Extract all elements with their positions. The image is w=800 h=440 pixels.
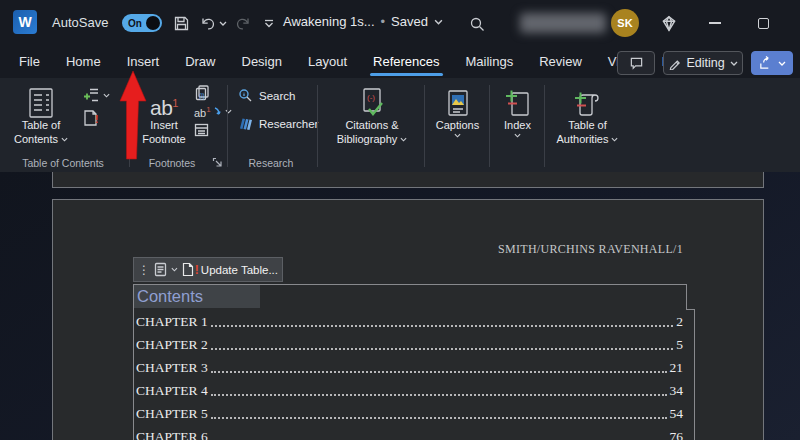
search-lookup-icon	[238, 88, 253, 103]
drag-handle-icon[interactable]: ⋮	[138, 265, 150, 275]
toc-entry-label: CHAPTER 2	[136, 333, 208, 356]
save-button[interactable]	[170, 13, 192, 33]
toc-entry[interactable]: CHAPTER 4 34	[136, 379, 683, 402]
authorities-label-1: Table of	[568, 119, 607, 133]
toc-entry[interactable]: CHAPTER 1 2	[136, 310, 683, 333]
toc-button-label-1: Table of	[22, 119, 61, 133]
show-notes-button[interactable]	[194, 123, 232, 137]
toc-entry-label: CHAPTER 6	[136, 425, 208, 440]
tab-design[interactable]: Design	[229, 46, 295, 78]
authorities-icon	[573, 83, 603, 119]
customize-qat-button[interactable]	[258, 13, 280, 33]
tab-draw[interactable]: Draw	[172, 46, 228, 78]
dot-leader	[211, 394, 667, 396]
avatar-initials: SK	[617, 17, 632, 29]
toc-document-icon[interactable]	[154, 262, 167, 277]
toc-entry-label: CHAPTER 1	[136, 310, 208, 333]
chevron-down-icon	[514, 133, 521, 138]
editing-mode-button[interactable]: Editing	[663, 51, 743, 75]
save-icon	[173, 15, 190, 32]
index-button[interactable]: Index	[495, 83, 540, 138]
researcher-button[interactable]: Researcher	[232, 114, 324, 133]
insert-endnote-button[interactable]: (i)	[194, 84, 232, 101]
update-table-ribbon-button[interactable]: !	[82, 109, 110, 127]
citations-bibliography-button[interactable]: (-) Citations & Bibliography	[328, 83, 416, 146]
group-citations: (-) Citations & Bibliography	[318, 78, 425, 172]
researcher-label: Researcher	[259, 118, 318, 130]
toc-heading[interactable]: Contents	[133, 284, 260, 308]
toc-entry-page: 21	[670, 356, 684, 379]
update-table-button[interactable]: ! Update Table...	[182, 262, 278, 277]
show-notes-icon	[194, 123, 209, 137]
undo-icon	[199, 15, 216, 32]
avatar[interactable]: SK	[611, 9, 639, 37]
dot-leader	[211, 417, 667, 419]
redo-button[interactable]	[232, 13, 254, 33]
document-page[interactable]: SMITH/URCHINS RAVENHALL/1 ⋮ ! Update Tab…	[52, 199, 764, 440]
citations-label-2: Bibliography	[337, 133, 398, 147]
blue-arrow-icon	[214, 107, 222, 116]
share-button[interactable]	[751, 51, 793, 75]
captions-icon	[444, 83, 472, 119]
tab-home[interactable]: Home	[53, 46, 114, 78]
document-title[interactable]: Awakening 1s... • Saved	[283, 14, 443, 29]
undo-chevron[interactable]	[216, 13, 230, 33]
toc-entry-page: 34	[670, 379, 684, 402]
toc-entry[interactable]: CHAPTER 3 21	[136, 356, 683, 379]
comment-icon	[629, 56, 644, 70]
maximize-button[interactable]	[748, 12, 778, 34]
previous-page-bottom[interactable]	[52, 172, 764, 188]
chevron-down-icon	[61, 137, 68, 142]
next-footnote-button[interactable]: ab1	[194, 105, 232, 119]
pencil-icon	[668, 57, 681, 70]
dot-leader	[211, 348, 674, 350]
footnotes-dialog-launcher[interactable]	[212, 157, 223, 168]
chevron-down-icon	[778, 61, 786, 66]
share-icon	[758, 56, 773, 70]
exclamation-mark: !	[195, 263, 199, 277]
minimize-button[interactable]	[700, 12, 730, 34]
search-button[interactable]	[466, 14, 488, 34]
toc-entry-label: CHAPTER 3	[136, 356, 208, 379]
svg-text:(i): (i)	[199, 92, 205, 100]
title-bar: W AutoSave On Awakening 1s... • Saved	[0, 0, 800, 46]
toc-frame-border	[133, 284, 134, 440]
index-icon	[504, 83, 532, 119]
premium-button[interactable]	[658, 13, 680, 33]
title-separator: •	[381, 14, 386, 29]
captions-button[interactable]: Captions	[430, 83, 485, 138]
tab-references[interactable]: References	[360, 46, 452, 78]
chevron-down-icon	[103, 93, 110, 98]
redacted-username	[520, 13, 606, 33]
smart-search-button[interactable]: Search	[232, 86, 324, 105]
tab-file[interactable]: File	[6, 46, 53, 78]
document-title-text: Awakening 1s...	[283, 14, 375, 29]
undo-button[interactable]	[196, 13, 218, 33]
table-of-contents-icon	[26, 83, 56, 119]
tab-layout[interactable]: Layout	[295, 46, 360, 78]
table-of-authorities-button[interactable]: Table of Authorities	[550, 83, 625, 146]
maximize-icon	[758, 18, 769, 29]
chevron-down-icon[interactable]	[171, 267, 178, 272]
group-captions: Captions	[425, 78, 490, 172]
tab-mailings[interactable]: Mailings	[453, 46, 527, 78]
chevron-down-icon	[454, 133, 461, 138]
table-of-contents-button[interactable]: Table of Contents	[8, 83, 74, 146]
tab-review[interactable]: Review	[526, 46, 595, 78]
autosave-toggle[interactable]: On	[122, 14, 162, 32]
dot-leader	[211, 325, 674, 327]
add-text-button[interactable]	[82, 87, 110, 104]
comments-button[interactable]	[617, 51, 655, 75]
word-logo-icon[interactable]: W	[13, 10, 37, 34]
toc-entry[interactable]: CHAPTER 2 5	[136, 333, 683, 356]
insert-footnote-icon: ab1	[150, 83, 178, 119]
toc-entry[interactable]: CHAPTER 6 76	[136, 425, 683, 440]
toc-entry[interactable]: CHAPTER 5 54	[136, 402, 683, 425]
researcher-icon	[238, 116, 253, 131]
svg-text:(-): (-)	[367, 93, 375, 102]
redo-icon	[235, 15, 252, 32]
svg-text:!: !	[95, 114, 98, 125]
toc-entry-label: CHAPTER 4	[136, 379, 208, 402]
update-table-label: Update Table...	[201, 264, 278, 276]
save-status-text: Saved	[391, 14, 428, 29]
